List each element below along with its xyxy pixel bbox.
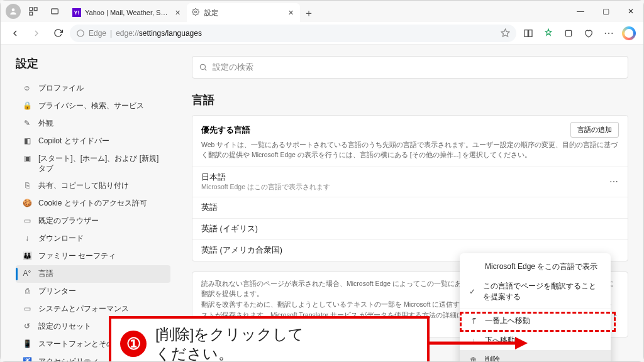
- cookie-icon: 🍪: [22, 199, 32, 209]
- back-button[interactable]: [6, 24, 25, 43]
- instruction-callout: ① [削除]をクリックして ください。: [109, 316, 430, 361]
- address-bar[interactable]: Edge | edge://settings/languages: [70, 25, 516, 42]
- gear-icon: [192, 8, 201, 17]
- minimize-button[interactable]: —: [568, 2, 593, 21]
- sidebar-item-languages[interactable]: A°言語: [16, 265, 170, 283]
- svg-rect-1: [30, 8, 33, 11]
- close-icon[interactable]: ✕: [173, 8, 182, 17]
- refresh-button[interactable]: [48, 24, 67, 43]
- more-button[interactable]: ⋯: [599, 24, 618, 43]
- language-row-japanese: 日本語 Microsoft Edge はこの言語で表示されます ⋯: [192, 167, 628, 197]
- callout-text: [削除]をクリックして ください。: [155, 324, 304, 361]
- svg-point-0: [12, 8, 15, 11]
- titlebar: Y! Yahoo | Mail, Weather, Search, Po ✕ 設…: [1, 1, 643, 22]
- addr-edge-label: Edge: [89, 29, 106, 38]
- sidebar-item-privacy[interactable]: 🔒プライバシー、検索、サービス: [16, 97, 170, 115]
- svg-marker-7: [501, 29, 509, 36]
- svg-rect-10: [565, 30, 571, 36]
- settings-sidebar: 設定 ☺プロファイル 🔒プライバシー、検索、サービス ✎外観 ◧Copilot …: [1, 45, 177, 361]
- svg-rect-2: [34, 8, 37, 11]
- yahoo-favicon-icon: Y!: [72, 8, 81, 17]
- language-row-english: 英語: [192, 197, 628, 218]
- svg-rect-9: [529, 30, 532, 36]
- close-button[interactable]: ✕: [618, 2, 643, 21]
- preferred-languages-card: 優先する言語 言語の追加 Web サイトは、一覧にあるサポートされている言語のう…: [192, 115, 628, 261]
- workspaces-icon[interactable]: [25, 3, 42, 20]
- check-icon: ✓: [469, 287, 477, 296]
- sidebar-item-share[interactable]: ⎘共有、コピーして貼り付け: [16, 177, 170, 195]
- browser-icon: ▭: [22, 216, 32, 226]
- toolbar: Edge | edge://settings/languages ⋯: [1, 22, 643, 45]
- trash-icon: 🗑: [469, 356, 479, 362]
- svg-rect-4: [52, 9, 58, 14]
- download-icon: ↓: [22, 234, 32, 244]
- window-controls: — ▢ ✕: [568, 2, 643, 21]
- preferred-languages-title: 優先する言語: [201, 124, 250, 136]
- section-title-languages: 言語: [192, 92, 628, 107]
- svg-marker-14: [515, 337, 528, 349]
- tab-label: Yahoo | Mail, Weather, Search, Po: [85, 9, 169, 16]
- menu-item-move-top[interactable]: ↑̄一番上へ移動: [460, 311, 611, 331]
- extensions-icon[interactable]: [559, 24, 578, 43]
- sidebar-item-appearance[interactable]: ✎外観: [16, 115, 170, 133]
- sidebar-item-printers[interactable]: ⎙プリンター: [16, 283, 170, 300]
- menu-item-display-edge[interactable]: Microsoft Edge をこの言語で表示: [460, 257, 611, 277]
- split-screen-icon[interactable]: [519, 24, 538, 43]
- tab-settings[interactable]: 設定 ✕: [187, 3, 300, 22]
- sidebar-item-default[interactable]: ▭既定のブラウザー: [16, 212, 170, 230]
- sidebar-item-system[interactable]: ▭システムとパフォーマンス: [16, 300, 170, 318]
- forward-button[interactable]: [27, 24, 46, 43]
- phone-icon: 📱: [22, 339, 32, 349]
- lock-icon: 🔒: [22, 101, 32, 111]
- paint-icon: ✎: [22, 119, 32, 129]
- svg-rect-3: [30, 12, 33, 15]
- add-language-button[interactable]: 言語の追加: [570, 122, 619, 138]
- tab-yahoo[interactable]: Y! Yahoo | Mail, Weather, Search, Po ✕: [67, 3, 187, 22]
- profile-avatar[interactable]: [6, 4, 21, 19]
- tab-actions-icon[interactable]: [46, 3, 64, 20]
- copilot-button[interactable]: [619, 24, 638, 43]
- move-top-icon: ↑̄: [469, 317, 479, 326]
- home-icon: ▣: [22, 154, 32, 164]
- svg-point-5: [195, 11, 197, 13]
- sidebar-icon: ◧: [22, 136, 32, 146]
- svg-rect-8: [525, 30, 528, 36]
- language-name: 英語: [201, 202, 218, 213]
- language-icon: A°: [22, 269, 32, 279]
- search-icon: [199, 63, 208, 72]
- content-area: 設定 ☺プロファイル 🔒プライバシー、検索、サービス ✎外観 ◧Copilot …: [1, 45, 643, 361]
- profile-icon: ☺: [22, 84, 32, 94]
- sidebar-item-family[interactable]: 👪ファミリー セーフティ: [16, 248, 170, 265]
- tab-strip: Y! Yahoo | Mail, Weather, Search, Po ✕ 設…: [67, 1, 568, 22]
- collections-icon[interactable]: [539, 24, 558, 43]
- sidebar-title: 設定: [16, 56, 170, 71]
- preferred-languages-desc: Web サイトは、一覧にあるサポートされている言語のうち先頭の言語で表示されます…: [192, 138, 628, 167]
- language-name: 英語 (アメリカ合衆国): [201, 245, 282, 256]
- system-icon: ▭: [22, 304, 32, 314]
- maximize-button[interactable]: ▢: [593, 2, 618, 21]
- annotation-arrow: [427, 334, 528, 353]
- new-tab-button[interactable]: ＋: [300, 4, 318, 22]
- printer-icon: ⎙: [22, 287, 32, 297]
- favorite-icon[interactable]: [501, 28, 510, 38]
- edge-icon: [76, 29, 85, 38]
- svg-point-11: [200, 64, 205, 69]
- sidebar-item-downloads[interactable]: ↓ダウンロード: [16, 230, 170, 248]
- browser-window: Y! Yahoo | Mail, Weather, Search, Po ✕ 設…: [0, 0, 644, 362]
- menu-item-offer-translate[interactable]: ✓この言語でページを翻訳することを提案する: [460, 277, 611, 307]
- share-icon: ⎘: [22, 181, 32, 191]
- svg-line-12: [205, 69, 207, 71]
- settings-search[interactable]: 設定の検索: [192, 56, 628, 79]
- sidebar-item-cookies[interactable]: 🍪Cookie とサイトのアクセス許可: [16, 195, 170, 212]
- sidebar-item-profile[interactable]: ☺プロファイル: [16, 80, 170, 97]
- accessibility-icon: ♿: [22, 357, 32, 361]
- sidebar-item-copilot[interactable]: ◧Copilot とサイドバー: [16, 133, 170, 150]
- sidebar-item-start[interactable]: ▣[スタート]、[ホーム]、および [新規] タブ: [16, 150, 170, 177]
- language-more-button[interactable]: ⋯: [609, 177, 619, 187]
- callout-number: ①: [120, 331, 147, 357]
- svg-point-6: [77, 30, 84, 36]
- language-sub: Microsoft Edge はこの言語で表示されます: [201, 183, 330, 192]
- search-placeholder: 設定の検索: [213, 62, 253, 73]
- close-icon[interactable]: ✕: [286, 8, 295, 17]
- browser-essentials-icon[interactable]: [579, 24, 598, 43]
